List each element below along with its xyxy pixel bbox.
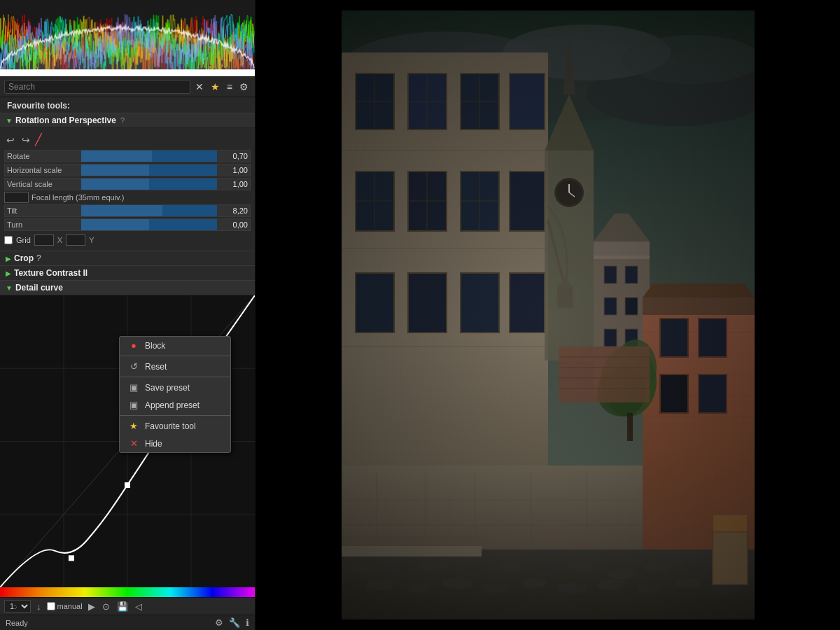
texture-contrast-section-header[interactable]: ▶ Texture Contrast II <box>0 265 255 280</box>
save-preset-label: Save preset <box>145 383 190 393</box>
grid-x-input[interactable]: 10 <box>34 234 54 246</box>
focal-length-label: Focal length (35mm equiv.) <box>31 193 124 202</box>
crop-arrow: ▶ <box>6 255 11 262</box>
detail-curve-arrow: ▼ <box>6 284 13 292</box>
grid-x-label: X <box>57 236 62 244</box>
focal-length-input[interactable]: 37 <box>4 192 29 203</box>
svg-rect-111 <box>342 10 755 620</box>
favourite-tools-label: Favourite tools: <box>0 97 255 113</box>
crop-section-header[interactable]: ▶ Crop ? <box>0 251 255 265</box>
detail-curve-title: Detail curve <box>15 283 63 293</box>
grid-checkbox[interactable] <box>4 236 13 244</box>
rotation-title: Rotation and Perspective <box>15 115 116 125</box>
context-menu: ● Block ↺ Reset ▣ Save preset ▣ Append p… <box>119 336 231 453</box>
horizontal-scale-slider-row: Horizontal scale 1,00 <box>4 164 251 176</box>
search-bar: ✕ ★ ≡ ⚙ <box>0 77 255 97</box>
hide-label: Hide <box>145 439 162 449</box>
rotate-slider-row: Rotate 0,70 <box>4 150 251 162</box>
rotation-arrow: ▼ <box>6 117 13 125</box>
rotation-help-icon[interactable]: ? <box>120 116 125 125</box>
menu-divider-1 <box>120 356 230 356</box>
tilt-value: 8,20 <box>217 204 251 217</box>
tilt-slider-row: Tilt 8,20 <box>4 204 251 217</box>
tilt-track[interactable] <box>81 204 217 217</box>
append-preset-icon: ▣ <box>128 400 139 410</box>
rotate-label: Rotate <box>4 150 81 162</box>
export-button[interactable]: ◁ <box>134 601 144 612</box>
favourite-tool-icon: ★ <box>128 421 139 431</box>
undo-button[interactable]: ↩ <box>4 134 17 146</box>
menu-item-reset[interactable]: ↺ Reset <box>120 358 230 375</box>
bottom-toolbar: 1:4 ↓ manual ▶ ⊙ 💾 ◁ <box>0 597 255 615</box>
histogram <box>0 0 255 77</box>
clear-search-button[interactable]: ✕ <box>193 80 206 94</box>
detail-curve-header[interactable]: ▼ Detail curve <box>0 280 255 295</box>
manual-checkbox[interactable] <box>47 602 55 610</box>
histogram-canvas <box>0 0 255 76</box>
arrow-down-button[interactable]: ↓ <box>35 601 43 612</box>
horizontal-scale-track[interactable] <box>81 164 217 176</box>
block-icon: ● <box>128 340 139 351</box>
play-button[interactable]: ▶ <box>87 601 97 612</box>
favourite-tool-label: Favourite tool <box>145 421 196 431</box>
grid-row: Grid 10 X 7 Y <box>4 232 251 248</box>
camera-button[interactable]: ⊙ <box>101 601 111 612</box>
append-preset-label: Append preset <box>145 400 200 410</box>
turn-track[interactable] <box>81 218 217 231</box>
reset-icon: ↺ <box>128 361 139 372</box>
menu-item-hide[interactable]: ✕ Hide <box>120 435 230 452</box>
rotation-section-header[interactable]: ▼ Rotation and Perspective ? <box>0 113 255 128</box>
color-gradient-bar <box>0 587 255 597</box>
crop-help-icon[interactable]: ? <box>36 253 41 263</box>
menu-divider-3 <box>120 415 230 416</box>
turn-value: 0,00 <box>217 218 251 231</box>
texture-contrast-arrow: ▶ <box>6 270 11 277</box>
settings-button[interactable]: ⚙ <box>237 80 251 94</box>
vertical-scale-label: Vertical scale <box>4 178 81 190</box>
hide-icon: ✕ <box>128 438 139 449</box>
focal-length-row: 37 Focal length (35mm equiv.) <box>4 192 251 203</box>
photo-image <box>342 10 755 620</box>
photo-area <box>255 0 840 630</box>
horizontal-scale-label: Horizontal scale <box>4 164 81 176</box>
grid-y-label: Y <box>89 236 94 244</box>
undo-redo-row: ↩ ↪ ╱ <box>4 131 251 148</box>
turn-slider-row: Turn 0,00 <box>4 218 251 231</box>
menu-item-favourite-tool[interactable]: ★ Favourite tool <box>120 417 230 435</box>
save-preset-icon: ▣ <box>128 382 139 393</box>
search-input[interactable] <box>4 80 190 94</box>
redo-button[interactable]: ↪ <box>20 134 32 146</box>
crop-title: Crop <box>14 253 34 263</box>
status-text: Ready <box>6 619 28 627</box>
status-bar: Ready ⚙ 🔧 ℹ <box>0 615 255 630</box>
save-button[interactable]: 💾 <box>115 601 130 612</box>
info-status-button[interactable]: ℹ <box>246 617 249 628</box>
rotate-value: 0,70 <box>217 150 251 162</box>
menu-divider-2 <box>120 377 230 377</box>
hamburger-menu-button[interactable]: ≡ <box>225 80 234 94</box>
star-filter-button[interactable]: ★ <box>209 80 222 94</box>
left-panel: ✕ ★ ≡ ⚙ Favourite tools: ▼ Rotation and … <box>0 0 255 630</box>
vertical-scale-value: 1,00 <box>217 178 251 190</box>
block-label: Block <box>145 341 165 351</box>
manual-label-container: manual <box>47 602 83 610</box>
texture-contrast-title: Texture Contrast II <box>14 268 88 278</box>
vertical-scale-track[interactable] <box>81 178 217 190</box>
vertical-scale-slider-row: Vertical scale 1,00 <box>4 178 251 190</box>
menu-item-save-preset[interactable]: ▣ Save preset <box>120 379 230 396</box>
zoom-select[interactable]: 1:4 <box>4 600 31 612</box>
wrench-status-button[interactable]: 🔧 <box>229 617 240 628</box>
line-tool-icon: ╱ <box>35 133 42 146</box>
manual-text: manual <box>57 602 83 610</box>
rotation-controls: ↩ ↪ ╱ Rotate 0,70 Horizontal scale 1,00 … <box>0 128 255 251</box>
rotate-track[interactable] <box>81 150 217 162</box>
turn-label: Turn <box>4 218 81 231</box>
settings-status-button[interactable]: ⚙ <box>215 617 223 628</box>
grid-y-input[interactable]: 7 <box>66 234 85 246</box>
reset-label: Reset <box>145 362 167 372</box>
menu-item-append-preset[interactable]: ▣ Append preset <box>120 396 230 414</box>
grid-label: Grid <box>16 236 31 244</box>
horizontal-scale-value: 1,00 <box>217 164 251 176</box>
menu-item-block[interactable]: ● Block <box>120 337 230 354</box>
tilt-label: Tilt <box>4 204 81 217</box>
